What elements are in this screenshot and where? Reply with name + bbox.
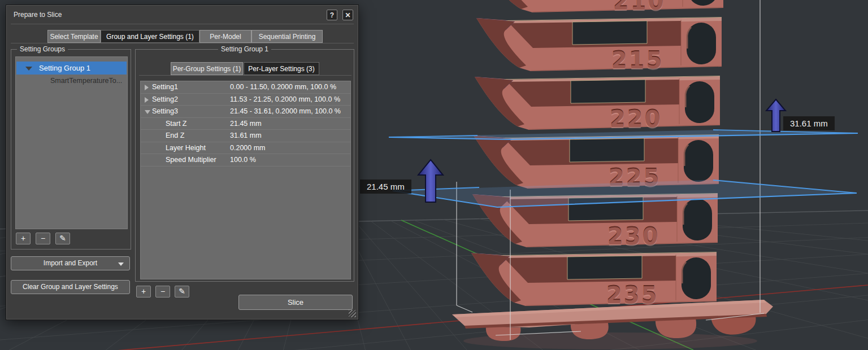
row-value: 0.00 - 11.50, 0.2000 mm, 100.0 % [230,81,336,93]
dialog-titlebar[interactable]: Prepare to Slice [6,5,358,23]
tab-group-layer-settings[interactable]: Group and Layer Settings (1) [101,30,199,43]
tab-per-group-settings[interactable]: Per-Group Settings (1) [171,62,243,75]
clear-group-layer-settings-button[interactable]: Clear Group and Layer Settings [11,280,130,294]
tower-number: 220 [610,106,662,132]
chevron-down-icon [118,262,124,266]
resize-grip[interactable] [349,310,356,317]
help-button[interactable]: ? [327,10,337,20]
setting-group-panel-title: Setting Group 1 [218,45,271,53]
row-value: 31.61 mm [230,130,262,142]
setting-groups-title: Setting Groups [17,45,68,53]
expander-down-icon[interactable] [145,110,150,114]
table-row[interactable]: Setting3 21.45 - 31.61, 0.2000 mm, 100.0… [141,106,350,118]
tower-number: 230 [607,224,660,250]
expander-right-icon[interactable] [145,85,149,90]
import-export-label: Import and Export [44,259,97,267]
lower-plane-measurement-label: 21.45 mm [360,180,411,194]
add-group-button[interactable]: + [16,233,31,244]
tree-item-label: SmartTemperatureTo... [50,75,122,88]
tree-item-label: Setting Group 1 [39,62,90,75]
row-name: Setting2 [152,94,178,106]
tower-number: 215 [611,47,664,73]
upper-plane-measurement-label: 31.61 mm [783,116,835,130]
row-value: 0.2000 mm [230,142,266,154]
tower-number: 210 [613,0,666,15]
close-button[interactable]: ✕ [342,10,353,20]
row-value: 21.45 mm [230,118,262,130]
tree-item-model[interactable]: SmartTemperatureTo... [16,75,127,88]
inner-tabbar-divider [139,75,351,76]
import-export-button[interactable]: Import and Export [11,256,130,270]
tree-item-setting-group[interactable]: Setting Group 1 [16,62,127,75]
row-value: 21.45 - 31.61, 0.2000 mm, 100.0 % [230,106,341,117]
app-window: 210 215 220 225 230 235 [0,0,868,350]
temperature-tower[interactable]: 210 215 220 225 230 235 [471,0,723,308]
per-layer-settings-table[interactable]: Setting1 0.00 - 11.50, 0.2000 mm, 100.0 … [140,81,351,279]
remove-setting-button[interactable]: − [155,286,170,298]
remove-group-button[interactable]: − [36,233,50,244]
row-name: Setting3 [152,106,178,117]
row-name: End Z [166,130,184,142]
slice-button[interactable]: Slice [238,295,353,310]
expander-right-icon[interactable] [145,97,149,103]
dialog-title: Prepare to Slice [14,11,62,19]
row-name: Layer Height [166,142,206,154]
table-row[interactable]: Setting1 0.00 - 11.50, 0.2000 mm, 100.0 … [141,81,350,94]
table-row[interactable]: Setting2 11.53 - 21.25, 0.2000 mm, 100.0… [141,94,350,106]
edit-group-button[interactable]: ✎ [55,233,70,244]
prepare-to-slice-dialog: Prepare to Slice ? ✕ Select Template Gro… [6,5,359,320]
row-name: Speed Multiplier [166,154,216,166]
tab-select-template[interactable]: Select Template [47,30,101,43]
table-row[interactable]: Start Z 21.45 mm [141,118,350,130]
tower-number: 235 [606,282,659,308]
table-row[interactable]: End Z 31.61 mm [141,130,350,142]
tab-per-layer-settings[interactable]: Per-Layer Settings (3) [244,62,319,75]
row-value: 11.53 - 21.25, 0.2000 mm, 100.0 % [230,94,340,106]
titlebar-divider [11,24,354,24]
row-name: Start Z [166,118,187,130]
table-row[interactable]: Layer Height 0.2000 mm [141,142,350,155]
add-setting-button[interactable]: + [136,286,151,298]
setting-group-panel: Setting Group 1 Per-Group Settings (1) P… [135,49,354,282]
expander-down-icon[interactable] [25,67,32,71]
row-value: 100.0 % [230,154,256,166]
upper-plane-drag-arrow[interactable] [766,99,785,132]
tabbar-divider [11,43,354,43]
edit-setting-button[interactable]: ✎ [175,286,189,298]
setting-groups-list[interactable]: Setting Group 1 SmartTemperatureTo... [15,56,128,229]
tab-per-model[interactable]: Per-Model [199,30,251,43]
setting-groups-groupbox: Setting Groups Setting Group 1 SmartTemp… [11,49,131,250]
row-name: Setting1 [152,81,178,93]
table-row[interactable]: Speed Multiplier 100.0 % [141,154,350,167]
tab-sequential-printing[interactable]: Sequential Printing [251,30,323,43]
